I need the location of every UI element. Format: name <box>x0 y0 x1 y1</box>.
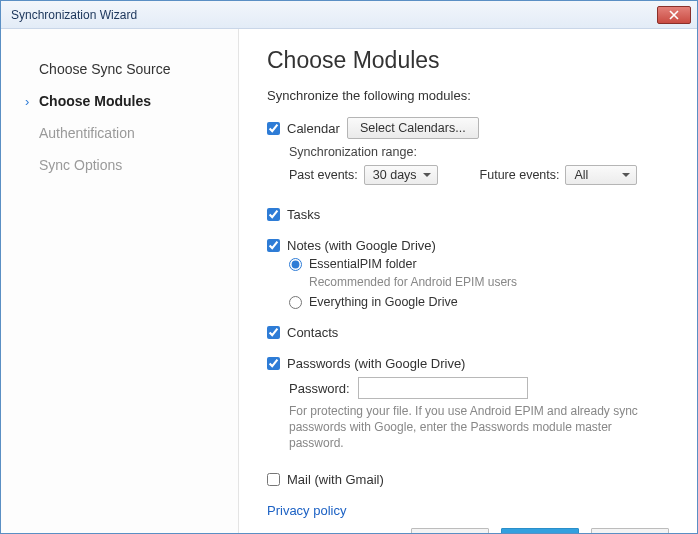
notes-label: Notes (with Google Drive) <box>287 238 436 253</box>
window-title: Synchronization Wizard <box>11 8 137 22</box>
tasks-checkbox[interactable] <box>267 208 280 221</box>
passwords-label: Passwords (with Google Drive) <box>287 356 465 371</box>
page-subtitle: Synchronize the following modules: <box>267 88 669 103</box>
privacy-policy-link[interactable]: Privacy policy <box>267 503 669 518</box>
password-hint: For protecting your file. If you use And… <box>289 403 659 452</box>
main-panel: Choose Modules Synchronize the following… <box>239 29 697 533</box>
step-choose-sync-source[interactable]: › Choose Sync Source <box>1 53 238 85</box>
wizard-footer: < Back Next > Cancel <box>267 518 669 534</box>
past-events-select[interactable]: 30 days <box>364 165 438 185</box>
close-button[interactable] <box>657 6 691 24</box>
back-button[interactable]: < Back <box>411 528 489 534</box>
wizard-sidebar: › Choose Sync Source › Choose Modules › … <box>1 29 239 533</box>
passwords-checkbox[interactable] <box>267 357 280 370</box>
step-label: Authentification <box>39 125 135 141</box>
past-events-label: Past events: <box>289 168 358 182</box>
step-sync-options: › Sync Options <box>1 149 238 181</box>
close-icon <box>669 10 679 20</box>
chevron-right-icon: › <box>25 94 39 109</box>
step-label: Sync Options <box>39 157 122 173</box>
step-choose-modules[interactable]: › Choose Modules <box>1 85 238 117</box>
notes-epim-radio[interactable] <box>289 258 302 271</box>
mail-label: Mail (with Gmail) <box>287 472 384 487</box>
step-authentification: › Authentification <box>1 117 238 149</box>
notes-all-radio[interactable] <box>289 296 302 309</box>
next-button[interactable]: Next > <box>501 528 579 534</box>
calendar-label: Calendar <box>287 121 340 136</box>
contacts-checkbox[interactable] <box>267 326 280 339</box>
sync-range-label: Synchronization range: <box>289 145 669 159</box>
notes-epim-hint: Recommended for Android EPIM users <box>309 275 669 289</box>
future-events-label: Future events: <box>480 168 560 182</box>
mail-checkbox[interactable] <box>267 473 280 486</box>
select-calendars-button[interactable]: Select Calendars... <box>347 117 479 139</box>
contacts-label: Contacts <box>287 325 338 340</box>
page-title: Choose Modules <box>267 47 669 74</box>
step-label: Choose Sync Source <box>39 61 171 77</box>
step-label: Choose Modules <box>39 93 151 109</box>
password-input[interactable] <box>358 377 528 399</box>
tasks-label: Tasks <box>287 207 320 222</box>
future-events-select[interactable]: All <box>565 165 637 185</box>
titlebar: Synchronization Wizard <box>1 1 697 29</box>
password-field-label: Password: <box>289 381 350 396</box>
notes-all-label: Everything in Google Drive <box>309 295 458 309</box>
cancel-button[interactable]: Cancel <box>591 528 669 534</box>
notes-checkbox[interactable] <box>267 239 280 252</box>
notes-epim-label: EssentialPIM folder <box>309 257 417 271</box>
calendar-checkbox[interactable] <box>267 122 280 135</box>
